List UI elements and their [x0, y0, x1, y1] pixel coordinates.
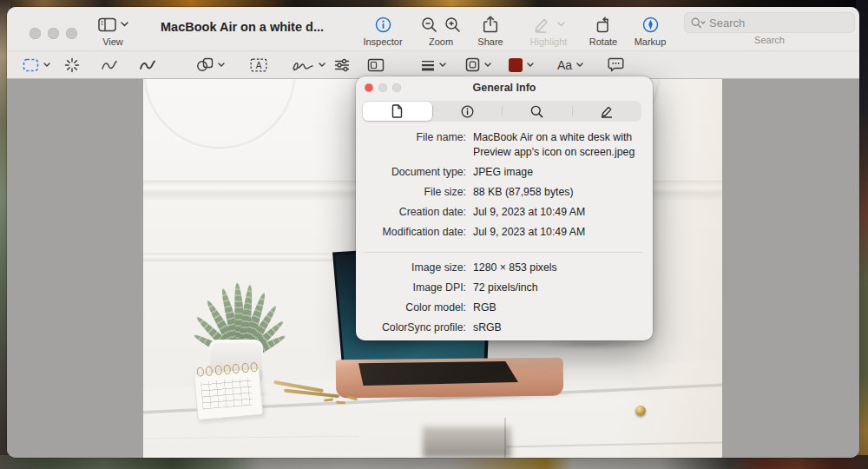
chevron-down-icon [439, 63, 446, 67]
info-row: ColorSync profile:sRGB [356, 320, 653, 335]
text-style-control[interactable]: Aa [557, 51, 583, 78]
zoom-out-icon[interactable] [421, 17, 437, 33]
info-label: Document type: [356, 165, 473, 180]
panel-title: General Info [356, 76, 653, 99]
text-box-icon: A [250, 58, 267, 72]
share-icon [483, 16, 498, 33]
speech-bubble-icon [608, 57, 624, 72]
instant-alpha-icon [64, 57, 80, 73]
chevron-down-icon [557, 22, 565, 27]
desktop: View MacBook Air on a white d... Inspect… [0, 0, 868, 469]
zoom-in-icon[interactable] [444, 17, 461, 33]
info-circle-icon [461, 105, 474, 118]
resize-box-icon [367, 58, 385, 72]
file-info-section: File name:MacBook Air on a white desk wi… [356, 130, 653, 245]
sketch-squiggle-icon [101, 59, 118, 71]
info-circle-icon [375, 17, 391, 33]
info-row: Color model:RGB [356, 301, 653, 315]
zoom-window-button[interactable] [66, 28, 77, 39]
fill-color-swatch [509, 58, 523, 72]
zoom-buttons[interactable]: Zoom [415, 14, 467, 47]
general-info-tab[interactable] [363, 102, 432, 121]
draw-tool[interactable] [139, 51, 156, 78]
sketch-tool[interactable] [101, 51, 118, 78]
annotations-tab[interactable] [573, 101, 642, 122]
annotations-toggle[interactable] [608, 51, 624, 78]
info-value: JPEG image [473, 165, 653, 180]
search-input[interactable]: Search [684, 12, 855, 33]
fill-color-control[interactable] [509, 51, 534, 78]
text-tool[interactable]: A [250, 51, 267, 78]
highlight-button: Highlight [521, 14, 576, 47]
general-info-panel: General Info File name:MacBo [356, 76, 653, 340]
chevron-down-icon [218, 63, 225, 67]
info-row: Image size:1280 × 853 pixels [356, 261, 653, 275]
rotate-button[interactable]: Rotate [582, 14, 625, 47]
info-label: Image size: [356, 261, 473, 275]
chevron-down-icon [43, 63, 50, 67]
line-weight-icon [421, 59, 435, 71]
panel-titlebar: General Info [356, 76, 653, 99]
section-divider [365, 252, 642, 253]
minimize-button[interactable] [48, 28, 59, 39]
border-color-control[interactable] [465, 51, 491, 78]
inspector-label: Inspector [356, 36, 410, 47]
info-label: Image DPI: [356, 281, 473, 295]
draw-squiggle-icon [139, 59, 156, 71]
pencil-icon [600, 105, 614, 118]
markup-toolbar-row: A [7, 51, 859, 78]
info-value: sRGB [473, 320, 653, 335]
sidebar-icon [98, 17, 116, 32]
info-value: Jul 9, 2023 at 10:49 AM [473, 225, 653, 240]
share-label: Share [469, 36, 512, 47]
signature-icon [292, 58, 314, 71]
border-color-icon [465, 57, 480, 72]
chevron-down-icon [121, 22, 128, 27]
line-weight-control[interactable] [421, 51, 446, 78]
magnifier-icon [530, 105, 543, 118]
sign-tool[interactable] [292, 51, 326, 78]
svg-text:A: A [256, 60, 262, 69]
highlight-label: Highlight [521, 36, 576, 47]
markup-pen-icon [642, 17, 659, 33]
highlighter-icon [533, 17, 550, 33]
info-row: File size:88 KB (87,958 bytes) [356, 185, 653, 200]
zoom-label: Zoom [415, 36, 467, 47]
close-button[interactable] [30, 28, 41, 39]
shapes-tool[interactable] [196, 51, 225, 78]
view-button[interactable]: View [90, 14, 135, 47]
adjust-color-tool[interactable] [334, 51, 350, 78]
search-menu-icon [691, 17, 706, 29]
chevron-down-icon [527, 63, 534, 67]
share-button[interactable]: Share [469, 14, 512, 47]
image-info-section: Image size:1280 × 853 pixelsImage DPI:72… [356, 261, 653, 340]
preview-window: View MacBook Air on a white d... Inspect… [7, 7, 859, 458]
info-row: File name:MacBook Air on a white desk wi… [356, 130, 653, 160]
sliders-icon [334, 58, 350, 72]
adjust-size-tool[interactable] [367, 51, 385, 78]
info-value: 1280 × 853 pixels [473, 261, 653, 275]
instant-alpha-tool[interactable] [64, 51, 80, 78]
info-row: Document type:JPEG image [356, 165, 653, 180]
info-label: Color model: [356, 301, 473, 315]
info-value: MacBook Air on a white desk with Preview… [473, 130, 653, 160]
markup-label: Markup [628, 36, 672, 47]
search-area: Search Search [684, 12, 855, 45]
inspector-button[interactable]: Inspector [356, 14, 410, 47]
markup-button[interactable]: Markup [628, 14, 672, 47]
info-row: Image DPI:72 pixels/inch [356, 281, 653, 295]
chevron-down-icon [484, 63, 491, 67]
more-info-tab[interactable] [433, 101, 503, 122]
search-label: Search [684, 35, 855, 45]
dashed-selection-icon [23, 58, 39, 72]
info-label: Creation date: [356, 205, 473, 220]
toolbar: View MacBook Air on a white d... Inspect… [7, 7, 859, 79]
info-row: Creation date:Jul 9, 2023 at 10:49 AM [356, 205, 653, 220]
window-title: MacBook Air on a white d... [161, 7, 324, 50]
info-label: File name: [356, 130, 473, 160]
rectangular-selection-tool[interactable] [23, 51, 50, 78]
keywords-tab[interactable] [503, 101, 572, 122]
rotate-label: Rotate [582, 36, 625, 47]
view-button-label: View [90, 36, 135, 47]
rotate-icon [595, 17, 612, 33]
